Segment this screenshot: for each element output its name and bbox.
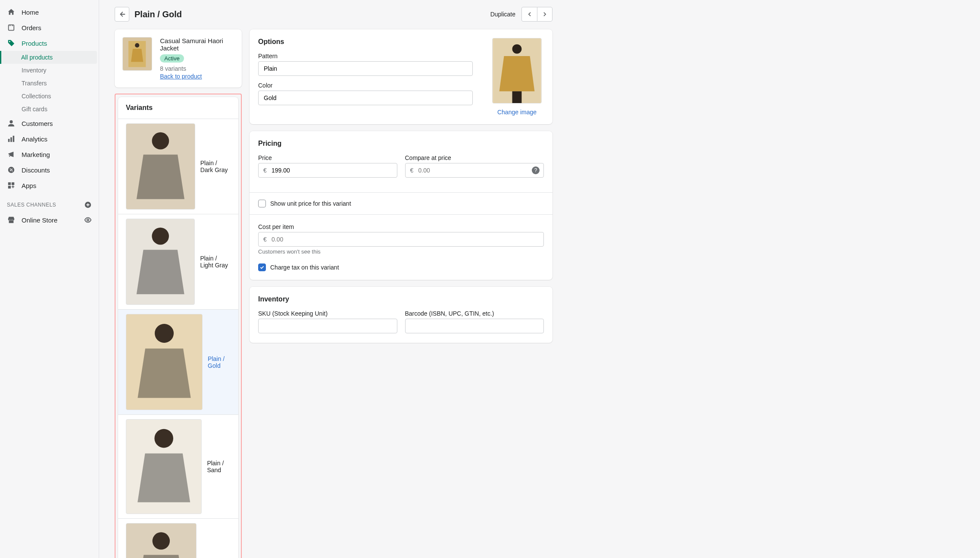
pattern-input[interactable] [258,61,473,76]
compare-help-icon[interactable]: ? [532,166,540,174]
unit-price-checkbox[interactable] [258,200,266,207]
main-content: Plain / Gold Duplicate Casual Samurai Ha… [99,0,980,558]
cost-label: Cost per item [258,223,544,230]
variant-row[interactable]: Plain / Light Gray [118,214,238,310]
variant-pager [521,7,552,22]
nav-marketing[interactable]: Marketing [0,147,99,162]
variant-label: Plain / Sand [207,460,231,473]
back-button[interactable] [115,7,129,22]
unit-price-label: Show unit price for this variant [270,200,351,207]
product-name: Casual Samurai Haori Jacket [160,37,234,52]
nav-products[interactable]: Products [0,35,99,51]
nav-online-store[interactable]: Online Store [0,212,84,228]
back-to-product-link[interactable]: Back to product [160,73,202,80]
svg-rect-4 [10,137,12,142]
page-title: Plain / Gold [134,9,182,19]
pricing-card: Pricing Price € Compare at price [250,131,552,280]
variant-label: Plain / Light Gray [200,255,231,269]
discount-icon [7,166,16,174]
variant-image [492,38,542,103]
variant-label: Plain / Gold [208,355,231,369]
svg-point-20 [153,532,170,549]
products-subnav: All products Inventory Transfers Collect… [0,51,99,116]
variant-thumbnail [126,523,197,558]
sku-label: SKU (Stock Keeping Unit) [258,310,397,317]
nav-apps-label: Apps [22,182,36,189]
analytics-icon [7,135,16,143]
svg-rect-3 [8,139,10,142]
variant-label: Plain / Dark Gray [200,160,231,173]
next-variant-button[interactable] [537,7,552,22]
duplicate-button[interactable]: Duplicate [490,11,515,18]
tax-checkbox[interactable] [258,263,266,271]
view-store-icon[interactable] [84,216,92,224]
nav-home-label: Home [22,9,39,16]
sales-channels-label: SALES CHANNELS [7,202,56,208]
variant-row[interactable]: Plain / Dark Gray [118,119,238,214]
variants-list: Plain / Dark GrayPlain / Light GrayPlain… [118,119,238,558]
apps-icon [7,181,16,190]
nav-discounts-label: Discounts [22,166,50,174]
nav-apps[interactable]: Apps [0,178,99,193]
cost-input[interactable] [258,232,544,247]
sku-input[interactable] [258,319,397,333]
change-image-link[interactable]: Change image [497,109,537,116]
variant-row[interactable]: Plain / Gold [118,310,238,414]
svg-point-2 [9,120,12,123]
options-card: Options Pattern Color Change image [250,29,552,124]
price-input[interactable] [258,163,397,178]
sales-channels-header: SALES CHANNELS [0,193,99,212]
barcode-input[interactable] [405,319,544,333]
prev-variant-button[interactable] [521,7,537,22]
nav-marketing-label: Marketing [22,151,50,158]
variant-count: 8 variants [160,65,234,72]
subnav-transfers[interactable]: Transfers [0,77,99,90]
nav-orders[interactable]: Orders [0,20,99,35]
cost-currency: € [263,236,267,243]
sidebar: Home Orders Products All products Invent… [0,0,99,558]
inventory-card: Inventory SKU (Stock Keeping Unit) Barco… [250,287,552,343]
subnav-all-products[interactable]: All products [0,51,97,64]
add-channel-icon[interactable] [84,201,92,209]
compare-currency: € [410,167,414,174]
variant-thumbnail [126,219,195,305]
variants-highlight: Variants Plain / Dark GrayPlain / Light … [115,94,242,558]
nav-home[interactable]: Home [0,4,99,20]
nav-customers[interactable]: Customers [0,116,99,131]
cost-helper: Customers won't see this [258,248,544,255]
pricing-title: Pricing [258,140,544,147]
variant-thumbnail [126,123,195,210]
svg-point-15 [135,43,140,47]
variant-thumbnail [126,419,202,514]
nav-analytics-label: Analytics [22,135,47,143]
compare-label: Compare at price [405,154,544,161]
tag-icon [7,39,16,47]
svg-rect-9 [8,182,11,185]
color-input[interactable] [258,91,473,105]
variant-row[interactable]: Purl / Dark Gray [118,519,238,558]
barcode-label: Barcode (ISBN, UPC, GTIN, etc.) [405,310,544,317]
megaphone-icon [7,150,16,159]
variants-card: Variants Plain / Dark GrayPlain / Light … [118,97,238,558]
store-icon [7,216,16,224]
status-badge: Active [160,54,184,63]
compare-input[interactable] [405,163,544,178]
nav-discounts[interactable]: Discounts [0,162,99,178]
svg-rect-10 [12,182,14,185]
subnav-inventory[interactable]: Inventory [0,64,99,77]
subnav-gift-cards[interactable]: Gift cards [0,103,99,116]
svg-point-25 [512,44,522,54]
options-title: Options [258,38,473,46]
variant-row[interactable]: Plain / Sand [118,415,238,519]
page-header: Plain / Gold Duplicate [99,0,565,26]
svg-rect-26 [512,91,522,103]
svg-point-19 [154,429,173,448]
nav-analytics[interactable]: Analytics [0,131,99,147]
svg-point-16 [152,132,169,150]
svg-point-13 [87,219,89,221]
nav-orders-label: Orders [22,24,41,31]
variants-title: Variants [118,97,238,119]
nav-customers-label: Customers [22,120,53,127]
subnav-collections[interactable]: Collections [0,90,99,103]
color-label: Color [258,82,473,89]
